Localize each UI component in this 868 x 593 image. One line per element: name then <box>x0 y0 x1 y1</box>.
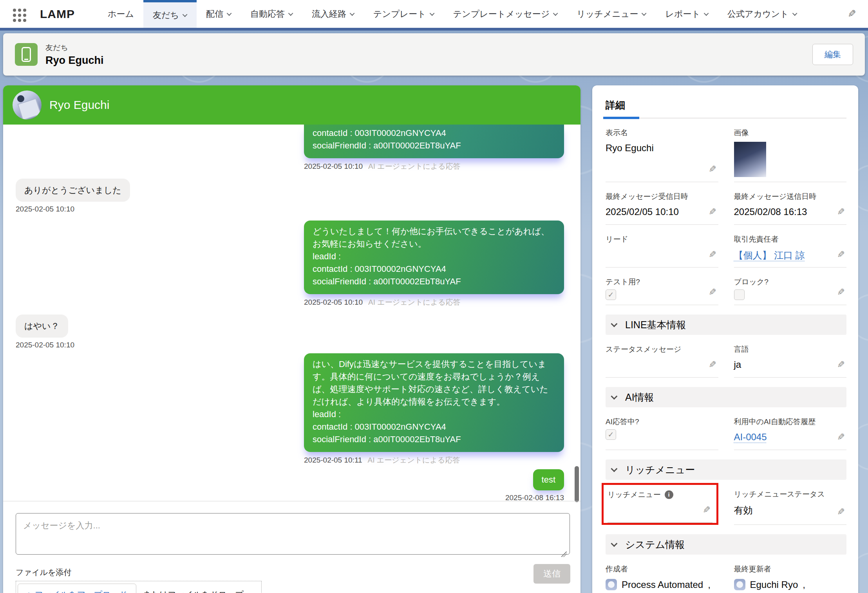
chevron-down-icon[interactable] <box>704 11 709 16</box>
friend-object-icon <box>15 43 38 66</box>
textarea-resize-handle[interactable] <box>561 551 567 557</box>
tab-underline <box>606 118 846 118</box>
tab-details[interactable]: 詳細 <box>606 99 625 118</box>
edit-pencil-icon[interactable]: ✎ <box>837 206 845 217</box>
page-background: 友だち Ryo Eguchi 編集 Ryo Eguchi contactId :… <box>0 31 868 593</box>
user-avatar <box>606 579 617 590</box>
info-icon[interactable] <box>665 490 673 499</box>
send-button[interactable]: 送信 <box>533 564 570 584</box>
message-bubble: contactId : 003IT00002nGNYCYA4 socialFri… <box>304 125 564 158</box>
field-last-received: 最終メッセージ受信日時 2025/02/05 10:10 ✎ <box>606 188 718 225</box>
field-status-message: ステータスメッセージ ✎ <box>606 341 718 378</box>
edit-pencil-icon[interactable]: ✎ <box>709 164 716 175</box>
field-last-sent: 最終メッセージ送信日時 2025/02/08 16:13 ✎ <box>734 188 847 225</box>
ai-responding-checkbox: ✓ <box>606 429 616 440</box>
chat-scrollbar-thumb[interactable] <box>575 466 579 502</box>
message-timestamp: 2025-02-05 10:10AI エージェントによる応答 <box>304 297 564 307</box>
edit-pencil-icon[interactable]: ✎ <box>837 359 845 370</box>
page-title: Ryo Eguchi <box>45 54 104 67</box>
annotation-highlight-box: リッチメニュー ✎ <box>602 483 718 525</box>
edit-pencil-icon[interactable]: ✎ <box>709 287 716 298</box>
message-bubble: test <box>533 469 564 490</box>
section-system-info[interactable]: システム情報 <box>606 534 846 555</box>
chat-message-outgoing: どういたしまして！何か他にお手伝いできることがあれば、お気軽にお知らせください。… <box>304 221 564 307</box>
details-panel: 詳細 表示名 Ryo Eguchi ✎ 画像 最終メッセージ受信日時 2025/… <box>592 85 858 593</box>
edit-pencil-icon[interactable]: ✎ <box>703 504 711 515</box>
field-contact: 取引先責任者 【個人】 江口 諒 ✎ <box>734 231 847 268</box>
message-bubble: はやい？ <box>16 315 68 338</box>
message-bubble: ありがとうございました <box>16 179 130 202</box>
test-flag-checkbox[interactable]: ✓ <box>606 289 616 300</box>
tab-template[interactable]: テンプレート <box>364 0 444 28</box>
message-input[interactable] <box>16 513 570 555</box>
section-rich-menu[interactable]: リッチメニュー <box>606 459 846 480</box>
message-meta: AI エージェントによる応答 <box>368 456 460 464</box>
chat-message-outgoing: はい、Difyは迅速なサービスを提供することを目指しています。具体的に何について… <box>304 353 564 465</box>
chevron-down-icon[interactable] <box>350 11 355 16</box>
phone-icon <box>22 47 31 62</box>
tab-inflow-route[interactable]: 流入経路 <box>302 0 364 28</box>
edit-button[interactable]: 編集 <box>812 44 853 65</box>
chat-message-outgoing: test 2025-02-08 16:13 <box>505 469 564 501</box>
edit-pencil-icon[interactable]: ✎ <box>837 249 845 260</box>
message-composer: ファイルを添付 ↑ ファイルをアップロード またはファイルをドロップ 送信 <box>3 501 580 593</box>
tab-home[interactable]: ホーム <box>98 0 143 28</box>
field-updated-by: 最終更新者 Eguchi Ryo , 2025/02/08 16:13 <box>734 561 847 593</box>
field-rich-menu: リッチメニュー ✎ <box>608 486 712 523</box>
profile-image <box>734 142 766 177</box>
chevron-down-icon[interactable] <box>183 12 188 17</box>
chevron-down-icon[interactable] <box>553 11 558 16</box>
field-block-flag: ブロック? ✎ <box>734 274 847 305</box>
tab-rich-menu[interactable]: リッチメニュー <box>567 0 656 28</box>
chevron-down-icon[interactable] <box>642 11 647 16</box>
nav-edit-pencil-icon[interactable]: ✎ <box>848 0 856 28</box>
field-display-name: 表示名 Ryo Eguchi ✎ <box>606 125 718 182</box>
edit-pencil-icon[interactable]: ✎ <box>709 359 716 370</box>
edit-pencil-icon[interactable]: ✎ <box>837 287 845 298</box>
upload-icon: ↑ <box>27 589 31 593</box>
section-line-basic-info[interactable]: LINE基本情報 <box>606 315 846 335</box>
chevron-down-icon <box>611 540 617 547</box>
file-dropzone[interactable]: ↑ ファイルをアップロード またはファイルをドロップ <box>16 581 262 593</box>
updated-by-link[interactable]: Eguchi Ryo <box>750 579 798 590</box>
edit-pencil-icon[interactable]: ✎ <box>709 206 716 217</box>
ai-history-link[interactable]: AI-0045 <box>734 432 767 442</box>
app-name: LAMP <box>40 0 75 28</box>
chat-message-outgoing: contactId : 003IT00002nGNYCYA4 socialFri… <box>304 125 564 172</box>
record-header-card: 友だち Ryo Eguchi 編集 <box>3 33 865 76</box>
tab-friends[interactable]: 友だち <box>143 0 197 28</box>
field-language: 言語 ja ✎ <box>734 341 847 378</box>
chevron-down-icon[interactable] <box>288 11 293 16</box>
tab-template-message[interactable]: テンプレートメッセージ <box>444 0 568 28</box>
field-rich-menu-status: リッチメニューステータス 有効 ✎ <box>734 486 847 525</box>
edit-pencil-icon[interactable]: ✎ <box>709 249 716 260</box>
chevron-down-icon[interactable] <box>429 11 434 16</box>
app-launcher-waffle-icon[interactable] <box>12 7 27 23</box>
edit-pencil-icon[interactable]: ✎ <box>837 432 845 443</box>
section-ai-info[interactable]: AI情報 <box>606 387 846 407</box>
field-created-by: 作成者 Process Automated , 2024/12/16 18:54 <box>606 561 718 593</box>
tab-auto-response[interactable]: 自動応答 <box>241 0 302 28</box>
upload-file-button[interactable]: ↑ ファイルをアップロード <box>18 584 136 593</box>
message-meta: AI エージェントによる応答 <box>368 162 461 170</box>
contact-link[interactable]: 【個人】 江口 諒 <box>734 250 805 260</box>
attach-file-label: ファイルを添付 <box>16 567 570 578</box>
chevron-down-icon <box>611 465 617 472</box>
chat-message-list[interactable]: contactId : 003IT00002nGNYCYA4 socialFri… <box>3 125 580 501</box>
chat-message-incoming: ありがとうございました 2025-02-05 10:10 <box>16 179 130 213</box>
chevron-down-icon[interactable] <box>792 11 797 16</box>
nav-tabs: ホーム 友だち 配信 自動応答 流入経路 テンプレート テンプレートメッセージ … <box>98 0 848 28</box>
chat-avatar <box>13 90 42 119</box>
created-by-link[interactable]: Process Automated <box>622 579 703 590</box>
message-bubble: どういたしまして！何か他にお手伝いできることがあれば、お気軽にお知らせください。… <box>304 221 564 294</box>
edit-pencil-icon[interactable]: ✎ <box>837 506 845 517</box>
message-timestamp: 2025-02-05 10:10 <box>16 205 130 213</box>
tab-report[interactable]: レポート <box>656 0 718 28</box>
field-ai-responding: AI応答中? ✓ <box>606 414 718 450</box>
tab-delivery[interactable]: 配信 <box>197 0 241 28</box>
chat-message-incoming: はやい？ 2025-02-05 10:10 <box>16 315 74 349</box>
chevron-down-icon[interactable] <box>227 11 232 16</box>
tab-official-account[interactable]: 公式アカウント <box>718 0 807 28</box>
message-timestamp: 2025-02-05 10:11AI エージェントによる応答 <box>304 455 564 465</box>
block-flag-checkbox[interactable] <box>734 289 745 300</box>
